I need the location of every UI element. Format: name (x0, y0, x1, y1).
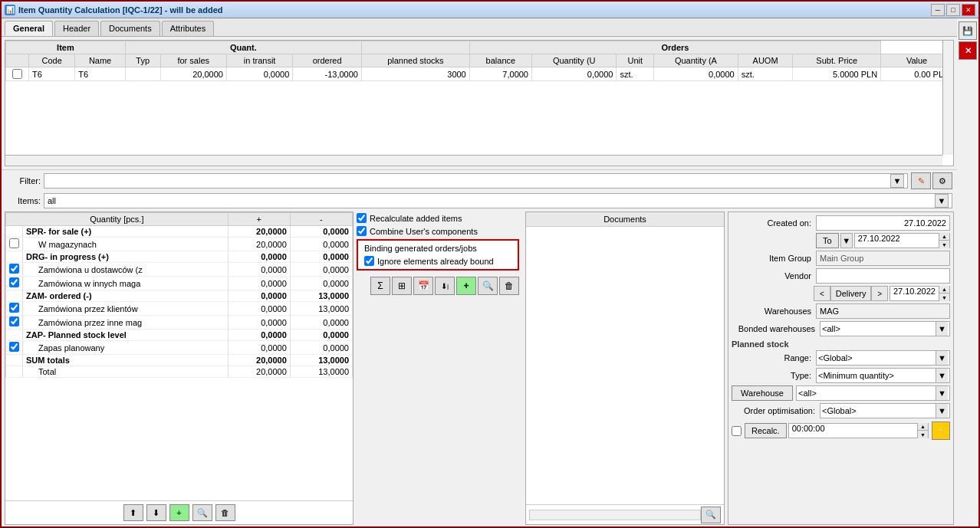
cell-qtyu: 0,0000 (532, 67, 617, 81)
delete-button[interactable]: 🗑 (499, 277, 519, 295)
recalc-time-spinner[interactable]: ▲ ▼ (917, 423, 928, 438)
tree-checkbox[interactable] (9, 238, 19, 248)
recalc-time-down[interactable]: ▼ (917, 431, 928, 438)
add-button[interactable]: + (456, 277, 476, 295)
lp-delete-button[interactable]: 🗑 (215, 504, 235, 521)
recalc-checkbox[interactable] (732, 426, 742, 436)
combine-checkbox[interactable] (357, 226, 367, 236)
lightning-button[interactable]: ⚡ (932, 421, 950, 440)
table-scrollbar-v[interactable] (942, 41, 953, 155)
tree-checkbox[interactable] (9, 316, 19, 326)
ignore-bound-option: Ignore elements already bound (364, 256, 511, 266)
options-column: Recalculate added items Combine User's c… (354, 210, 522, 526)
tree-label: SUM totals (23, 355, 229, 366)
delivery-date-field[interactable]: 27.10.2022 ▲ ▼ (890, 286, 950, 301)
recalculate-checkbox[interactable] (357, 213, 367, 223)
to-date-spinner[interactable]: ▲ ▼ (939, 233, 949, 248)
vendor-input[interactable] (816, 268, 950, 284)
recalc-row: Recalc. 00:00:00 ▲ ▼ ⚡ (732, 421, 950, 440)
close-button[interactable]: ✕ (962, 4, 975, 16)
left-panel: Quantity [pcs.] + - SPR- for sale (+)20,… (5, 212, 354, 525)
warehouse-button[interactable]: Warehouse (732, 385, 793, 401)
tree-label: DRG- in progress (+) (23, 251, 229, 263)
created-on-label: Created on: (732, 218, 816, 228)
recalc-button[interactable]: Recalc. (745, 423, 787, 438)
docs-scrollbar-h[interactable] (529, 510, 701, 520)
tab-header[interactable]: Header (54, 21, 99, 36)
filter-label: Filter: (6, 176, 41, 185)
delivery-next-button[interactable]: > (871, 286, 887, 301)
tree-checkbox[interactable] (9, 342, 19, 352)
bonded-combo[interactable]: <all> ▼ (820, 321, 950, 336)
to-date-up[interactable]: ▲ (939, 233, 949, 241)
filter-settings-button[interactable]: ⚙ (932, 172, 952, 189)
delivery-date-spinner[interactable]: ▲ ▼ (939, 286, 949, 301)
sigma-button[interactable]: Σ (370, 277, 390, 295)
tree-checkbox[interactable] (9, 277, 19, 287)
recalc-time-field[interactable]: 00:00:00 ▲ ▼ (788, 423, 929, 438)
warehouse-dropdown-arrow[interactable]: ▼ (936, 386, 948, 400)
table-scrollbar-h[interactable] (5, 155, 942, 166)
tree-checkbox[interactable] (9, 303, 19, 313)
row-checkbox[interactable] (12, 69, 22, 79)
order-opt-combo[interactable]: <Global> ▼ (820, 403, 950, 418)
bonded-dropdown-arrow[interactable]: ▼ (936, 322, 948, 336)
close-x-button[interactable]: ✕ (959, 41, 977, 60)
delivery-prev-button[interactable]: < (814, 286, 830, 301)
docs-search-button[interactable]: 🔍 (701, 507, 721, 523)
tab-documents[interactable]: Documents (100, 21, 160, 36)
planned-stock-section: Planned stock (732, 339, 950, 349)
order-opt-dropdown-arrow[interactable]: ▼ (936, 404, 948, 418)
to-date-down[interactable]: ▼ (939, 241, 949, 248)
type-dropdown-arrow[interactable]: ▼ (936, 369, 948, 382)
save-button[interactable]: 💾 (959, 21, 977, 40)
warehouse-combo[interactable]: <all> ▼ (796, 385, 950, 401)
to-date-field[interactable]: 27.10.2022 ▲ ▼ (854, 233, 950, 248)
tree-label: Zamówiona u dostawców (z (23, 263, 229, 277)
filter-combo[interactable]: ▼ (44, 173, 908, 189)
type-combo[interactable]: <Minimum quantity> ▼ (816, 368, 950, 383)
title-bar: 📊 Item Quantity Calculation [IQC-1/22] -… (2, 2, 978, 18)
col-intransit: in transit (226, 54, 292, 67)
ignore-bound-checkbox[interactable] (364, 256, 374, 266)
recalc-time-up[interactable]: ▲ (917, 423, 928, 431)
tree-checkbox[interactable] (9, 264, 19, 274)
grid-button[interactable]: ⊞ (392, 277, 412, 295)
search-button[interactable]: 🔍 (478, 277, 498, 295)
cell-intransit: 0,0000 (226, 67, 292, 81)
maximize-button[interactable]: □ (946, 4, 960, 16)
bottom-section: Quantity [pcs.] + - SPR- for sale (+)20,… (2, 210, 957, 526)
filter-dropdown-arrow[interactable]: ▼ (890, 174, 904, 188)
lp-add-button[interactable]: + (169, 504, 189, 521)
delivery-date-down[interactable]: ▼ (939, 294, 949, 301)
filter-edit-button[interactable]: ✎ (911, 172, 931, 189)
quant-group-header: Quant. (125, 41, 361, 54)
delivery-date-up[interactable]: ▲ (939, 286, 949, 294)
tree-label: Zamówiona przez inne mag (23, 316, 229, 330)
tab-general[interactable]: General (5, 21, 53, 36)
down-button[interactable]: ⬇| (435, 277, 455, 295)
delivery-label[interactable]: Delivery (830, 286, 872, 301)
items-combo[interactable]: all ▼ (44, 193, 952, 208)
lp-search-button[interactable]: 🔍 (192, 504, 212, 521)
to-dropdown[interactable]: ▼ (840, 233, 853, 248)
tree-plus: 20,0000 (228, 355, 290, 366)
calendar-button[interactable]: 📅 (413, 277, 433, 295)
tree-row: ZAM- ordered (-)0,000013,0000 (6, 290, 353, 302)
tree-plus: 0,0000 (228, 290, 290, 302)
tree-label: SPR- for sale (+) (23, 226, 229, 238)
minimize-button[interactable]: ─ (931, 4, 945, 16)
range-combo[interactable]: <Global> ▼ (816, 350, 950, 366)
cell-code: T6 (29, 67, 75, 81)
cell-price: 5.0000 PLN (793, 67, 881, 81)
lp-upload-button[interactable]: ⬆ (123, 504, 143, 521)
to-button[interactable]: To (816, 233, 839, 248)
tree-plus: 0,0000 (228, 330, 290, 341)
tab-attributes[interactable]: Attributes (162, 21, 214, 36)
range-dropdown-arrow[interactable]: ▼ (936, 351, 948, 365)
tabs: General Header Documents Attributes (2, 18, 957, 37)
quantity-tree-table: Quantity [pcs.] + - SPR- for sale (+)20,… (5, 212, 353, 378)
lp-download-button[interactable]: ⬇ (146, 504, 166, 521)
col-balance: balance (469, 54, 531, 67)
items-dropdown-arrow[interactable]: ▼ (935, 194, 949, 208)
